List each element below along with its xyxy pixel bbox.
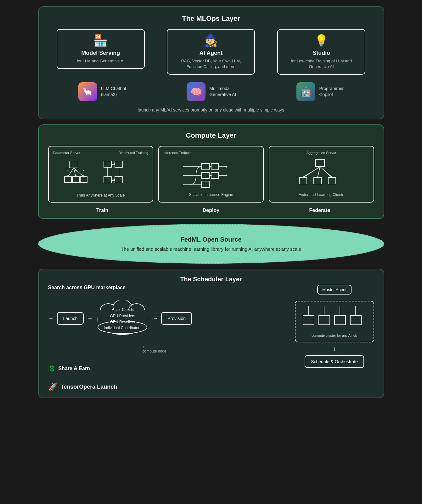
train-diagram: [63, 158, 138, 189]
compute-title: Compute Layer: [48, 131, 374, 140]
svg-rect-32: [211, 172, 219, 179]
llm-chatbot-label: LLM Chatbot(llama2): [101, 86, 126, 98]
scheduler-main: Search across GPU marketplace → Launch →: [48, 285, 374, 391]
robot-image: 🤖: [296, 82, 315, 101]
svg-rect-3: [80, 177, 87, 182]
fedml-title: FedML Open Source: [58, 236, 365, 243]
param-server-label: Parameter Server: [53, 151, 81, 155]
svg-rect-0: [69, 161, 78, 168]
train-label: Train: [48, 208, 157, 213]
scalable-inference-label: Scalable Inference Engine: [163, 192, 259, 197]
federate-label: Federate: [265, 208, 374, 213]
svg-marker-45: [226, 166, 228, 168]
brain-image: 🧠: [187, 82, 205, 101]
svg-rect-68: [303, 315, 314, 325]
train-header: Parameter Server Distributed Training: [53, 151, 149, 155]
llm-chatbot-demo: 🦙 LLM Chatbot(llama2): [78, 82, 126, 101]
schedule-orchestrate-box: Schedule & Orchestrate: [305, 355, 364, 368]
scheduler-layer: The Scheduler Layer Search across GPU ma…: [38, 269, 384, 398]
cluster-area: compute cluster for any AI job: [295, 301, 374, 342]
svg-line-60: [318, 167, 320, 177]
rocket-icon: 🚀: [48, 382, 58, 391]
svg-rect-16: [115, 177, 123, 183]
compute-footer: Train Deploy Federate: [48, 208, 374, 213]
svg-rect-15: [104, 177, 112, 183]
down-arrow: ↓: [333, 346, 336, 352]
provision-box: Provision: [161, 312, 192, 325]
llama-image: 🦙: [78, 82, 97, 101]
ai-agent-title: AI Agent: [174, 50, 248, 56]
studio-card: 💡 Studio for Low-code Training of LLM an…: [277, 29, 365, 75]
mlops-tagline: launch any ML/AI services promptly on an…: [48, 107, 374, 112]
deploy-label: Deploy: [157, 208, 265, 213]
svg-line-61: [321, 167, 332, 177]
svg-line-4: [68, 168, 74, 177]
share-earn-label: Share & Earn: [59, 366, 90, 371]
scheduler-subtitle: Search across GPU marketplace: [48, 285, 192, 290]
svg-rect-70: [335, 315, 346, 325]
cloud-container: Major CloudsGPU ProvidersGPU ResellersIn…: [96, 301, 149, 336]
fedml-subtitle: The unified and scalable machine learnin…: [58, 246, 365, 252]
multimodal-demo: 🧠 MultimodalGenerative AI: [187, 82, 236, 101]
scheduler-title: The Scheduler Layer: [48, 276, 374, 283]
studio-subtitle: for Low-code Training of LLM and Generat…: [284, 58, 358, 70]
svg-rect-14: [115, 161, 123, 167]
svg-line-59: [303, 167, 319, 177]
compute-layer: Compute Layer Parameter Server Distribut…: [38, 124, 384, 219]
arrow-1: →: [87, 315, 93, 322]
studio-icon: 💡: [284, 34, 358, 47]
compute-node-label: ↑compute node: [143, 345, 192, 353]
svg-line-5: [74, 168, 76, 177]
fedml-ellipse: FedML Open Source The unified and scalab…: [38, 224, 384, 264]
share-earn-row: 💲 Share & Earn: [48, 365, 192, 372]
federate-card: Aggregation Server: [269, 146, 374, 203]
fedml-layer: FedML Open Source The unified and scalab…: [38, 224, 384, 264]
dist-training-label: Distributed Training: [118, 151, 148, 155]
deploy-diagram: [180, 157, 243, 189]
train-bottom-label: Train Anywhere at Any Scale: [53, 193, 149, 198]
scheduler-left: Search across GPU marketplace → Launch →: [48, 285, 192, 391]
dollar-icon: 💲: [48, 365, 56, 372]
copilot-demo: 🤖 ProgrammerCopilot: [296, 82, 344, 101]
svg-rect-30: [211, 163, 219, 170]
multimodal-label: MultimodalGenerative AI: [209, 86, 236, 98]
arrow-2: →: [152, 315, 158, 322]
mlops-title: The MLOps Layer: [48, 14, 374, 23]
ai-agent-card: 🧙 AI Agent RAG, Vector DB, Your Own LLM,…: [167, 29, 255, 75]
model-serving-icon: 🏪: [64, 34, 138, 47]
launch-box: Launch: [57, 312, 84, 325]
model-serving-title: Model Serving: [64, 50, 138, 56]
copilot-label: ProgrammerCopilot: [319, 86, 344, 98]
deploy-card: Inference Endpoint: [158, 146, 264, 203]
main-container: The MLOps Layer 🏪 Model Serving for LLM …: [38, 6, 384, 398]
svg-line-6: [74, 168, 84, 177]
svg-rect-31: [202, 172, 209, 179]
scheduler-right: Master Agent: [295, 285, 374, 391]
svg-rect-71: [350, 315, 361, 325]
svg-rect-2: [72, 177, 79, 182]
svg-rect-29: [202, 163, 209, 170]
aggregation-server-label: Aggregation Server: [274, 151, 369, 155]
svg-marker-10: [67, 170, 69, 171]
svg-rect-33: [202, 181, 209, 187]
model-serving-card: 🏪 Model Serving for LLM and Generative A…: [57, 29, 145, 69]
svg-rect-1: [65, 177, 71, 182]
federated-clients-label: Federated Learning Clients: [274, 192, 369, 197]
left-arrow: →: [48, 315, 54, 322]
svg-rect-69: [319, 315, 330, 325]
federate-diagram: [293, 157, 350, 189]
train-card: Parameter Server Distributed Training: [48, 146, 154, 203]
cluster-svg: [300, 306, 369, 331]
master-agent-box: Master Agent: [317, 285, 352, 295]
studio-title: Studio: [284, 50, 358, 56]
cluster-label: compute cluster for any AI job: [300, 334, 369, 337]
model-serving-subtitle: for LLM and Generative AI: [64, 58, 138, 64]
svg-marker-47: [226, 175, 228, 176]
compute-grid: Parameter Server Distributed Training: [48, 146, 374, 203]
svg-rect-13: [104, 161, 112, 167]
tensoropera-label: TensorOpera Launch: [61, 384, 117, 390]
mlops-layer: The MLOps Layer 🏪 Model Serving for LLM …: [38, 6, 384, 119]
svg-marker-12: [83, 170, 84, 171]
mlops-demos-row: 🦙 LLM Chatbot(llama2) 🧠 MultimodalGenera…: [48, 82, 374, 101]
ai-agent-icon: 🧙: [174, 34, 248, 47]
